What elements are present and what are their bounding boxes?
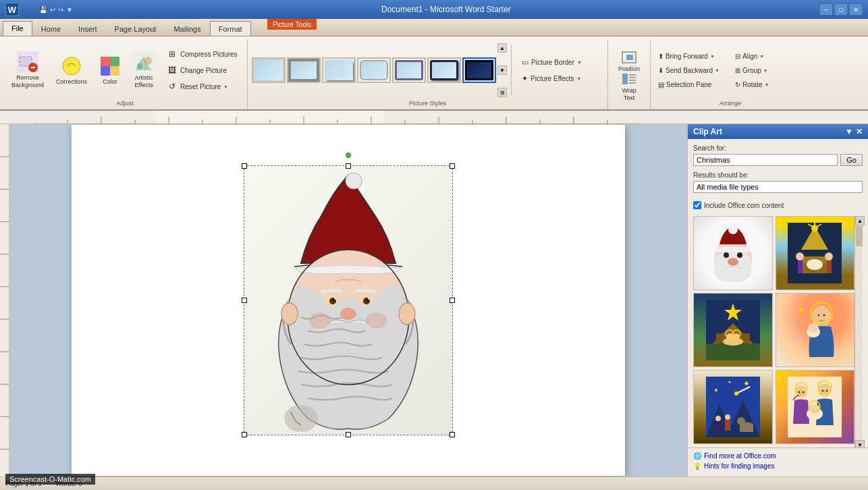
redo-quick-btn[interactable]: ↪	[58, 6, 63, 13]
style-scroll-more[interactable]: ⊞	[497, 88, 507, 97]
undo-quick-btn[interactable]: ↩	[50, 6, 55, 13]
search-for-label: Search for:	[693, 144, 863, 152]
svg-point-107	[793, 322, 796, 325]
selected-image[interactable]	[244, 165, 453, 435]
picture-border-button[interactable]: ▭ Picture Border ▼	[516, 55, 603, 70]
save-quick-btn[interactable]: 💾	[39, 6, 47, 13]
clip-art-scroll-up-btn[interactable]: ▲	[855, 216, 865, 225]
tab-insert[interactable]: Insert	[70, 21, 106, 36]
customize-quick-btn[interactable]: ▼	[66, 6, 73, 13]
send-backward-button[interactable]: ⬇ Send Backward ▼	[655, 63, 729, 77]
resize-handle-tr[interactable]	[450, 163, 455, 169]
reset-picture-button[interactable]: ↺ Reset Picture ▼	[162, 79, 243, 94]
clip-art-item-4[interactable]	[776, 293, 855, 367]
remove-background-icon	[17, 51, 38, 73]
resize-handle-br[interactable]	[450, 432, 455, 437]
artistic-effects-icon	[133, 51, 155, 73]
style-thumb-2[interactable]	[287, 57, 321, 83]
clip-art-item-2[interactable]	[776, 216, 855, 290]
style-thumb-6[interactable]	[427, 57, 461, 83]
svg-point-62	[334, 298, 335, 300]
color-button[interactable]: Color	[94, 43, 126, 97]
artistic-effects-button[interactable]: ArtisticEffects	[128, 43, 159, 97]
rotate-icon: ↻	[735, 81, 740, 88]
ribbon-group-picture-styles: ▲ ▼ ⊞ ▭ Picture Border ▼ ✦ Picture Effec…	[248, 39, 608, 109]
style-thumb-5[interactable]	[392, 57, 426, 83]
santa-image	[244, 166, 452, 435]
bring-forward-icon: ⬆	[658, 53, 663, 60]
change-picture-button[interactable]: 🖼 Change Picture	[162, 63, 243, 78]
bring-forward-button[interactable]: ⬆ Bring Forward ▼	[655, 49, 729, 63]
color-icon	[99, 55, 121, 77]
panel-header-controls: ▼ ✕	[845, 127, 863, 136]
group-button[interactable]: ⊞ Group ▼	[732, 63, 806, 77]
svg-point-106	[799, 308, 803, 312]
svg-point-77	[737, 252, 742, 258]
include-office-checkbox[interactable]	[693, 201, 701, 209]
svg-point-108	[796, 335, 799, 338]
clip-art-item-5[interactable]	[693, 370, 773, 444]
maximize-btn[interactable]: □	[834, 3, 848, 16]
wrap-text-icon	[621, 72, 637, 86]
align-group-rotate-col: ⊟ Align ▼ ⊞ Group ▼ ↻ Rotate ▼	[732, 49, 806, 91]
selection-pane-button[interactable]: ▤ Selection Pane	[655, 78, 729, 91]
remove-background-button[interactable]: RemoveBackground	[7, 43, 49, 97]
picture-styles-thumbnails: ▲ ▼ ⊞	[252, 43, 507, 97]
group-icon: ⊞	[735, 67, 740, 74]
tab-home[interactable]: Home	[32, 21, 70, 36]
resize-handle-tl[interactable]	[242, 163, 247, 169]
clip-art-search-input[interactable]	[693, 154, 838, 166]
wrap-text-button[interactable]: WrapText	[612, 75, 646, 99]
hints-link[interactable]: 💡 Hints for finding images	[693, 462, 863, 470]
rotate-button[interactable]: ↻ Rotate ▼	[732, 78, 806, 91]
svg-point-116	[734, 391, 738, 396]
scroll-thumb[interactable]	[856, 226, 863, 246]
tab-page-layout[interactable]: Page Layout	[106, 21, 165, 36]
tab-file[interactable]: File	[3, 21, 32, 36]
corrections-button[interactable]: Corrections	[51, 43, 92, 97]
style-thumb-1[interactable]	[252, 57, 286, 83]
picture-effects-dropdown-icon: ▼	[576, 76, 581, 81]
picture-effects-button[interactable]: ✦ Picture Effects ▼	[516, 71, 603, 86]
main-area: Clip Art ▼ ✕ Search for: Go Results shou…	[0, 124, 868, 477]
results-should-be-label: Results should be:	[693, 171, 863, 179]
document-area[interactable]	[9, 124, 687, 477]
find-more-link[interactable]: 🌐 Find more at Office.com	[693, 452, 863, 460]
results-dropdown[interactable]: All media file types	[693, 181, 863, 193]
tab-mailings[interactable]: Mailings	[165, 21, 209, 36]
resize-handle-bc[interactable]	[346, 432, 351, 437]
close-btn[interactable]: ✕	[849, 3, 863, 16]
clip-art-item-6[interactable]	[776, 370, 855, 444]
position-button[interactable]: Position	[612, 49, 646, 74]
tab-format[interactable]: Format	[210, 21, 251, 36]
style-thumb-3[interactable]	[322, 57, 356, 83]
svg-point-130	[822, 390, 824, 392]
resize-handle-ml[interactable]	[242, 298, 247, 303]
resize-handle-bl[interactable]	[242, 432, 247, 437]
svg-point-13	[144, 57, 152, 65]
compress-pictures-button[interactable]: ⊞ Compress Pictures	[162, 47, 243, 61]
align-button[interactable]: ⊟ Align ▼	[732, 49, 806, 63]
svg-point-105	[823, 315, 825, 317]
resize-handle-tc[interactable]	[346, 163, 351, 169]
style-scroll-up[interactable]: ▲	[497, 43, 507, 53]
panel-dropdown-icon[interactable]: ▼	[845, 127, 853, 136]
rotate-handle[interactable]	[346, 153, 351, 158]
style-thumb-4[interactable]	[357, 57, 391, 83]
resize-handle-mr[interactable]	[450, 298, 455, 303]
clip-art-item-3[interactable]	[693, 293, 773, 367]
style-thumb-7-active[interactable]	[462, 57, 496, 83]
svg-point-129	[803, 391, 805, 393]
picture-styles-group-label: Picture Styles	[409, 100, 446, 108]
clip-art-scroll-down-btn[interactable]: ▼	[855, 440, 865, 447]
svg-point-119	[737, 417, 745, 425]
clip-art-item-1[interactable]	[693, 216, 773, 290]
picture-effects-label: Picture Effects	[531, 75, 574, 82]
panel-close-icon[interactable]: ✕	[856, 127, 863, 136]
style-scroll-down[interactable]: ▼	[497, 65, 507, 75]
change-picture-icon: 🖼	[167, 65, 178, 76]
clip-art-scrollbar[interactable]: ▲ ▼	[855, 216, 863, 447]
align-dropdown-icon: ▼	[759, 54, 764, 59]
go-button[interactable]: Go	[840, 154, 863, 166]
minimize-btn[interactable]: ─	[819, 3, 833, 16]
